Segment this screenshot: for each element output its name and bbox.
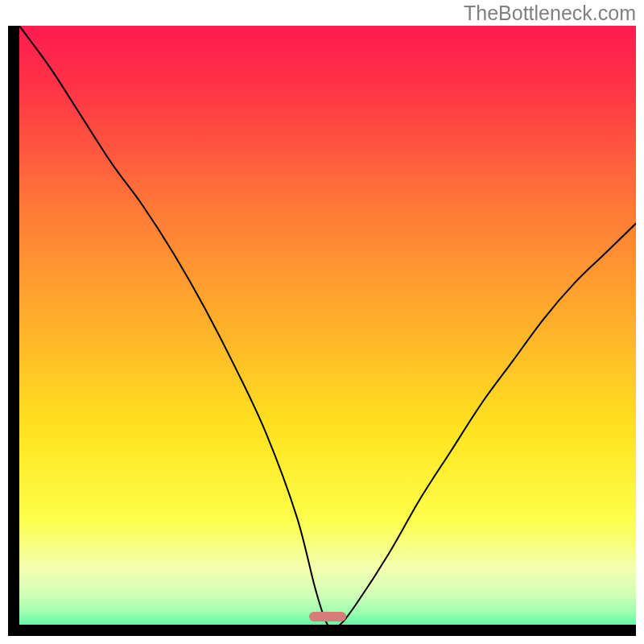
- chart-stage: TheBottleneck.com: [0, 0, 644, 644]
- watermark-text: TheBottleneck.com: [464, 2, 636, 25]
- plot-area: [19, 26, 636, 625]
- plot-frame: [8, 26, 636, 636]
- target-range-marker: [309, 612, 346, 621]
- bottleneck-curve: [19, 26, 636, 625]
